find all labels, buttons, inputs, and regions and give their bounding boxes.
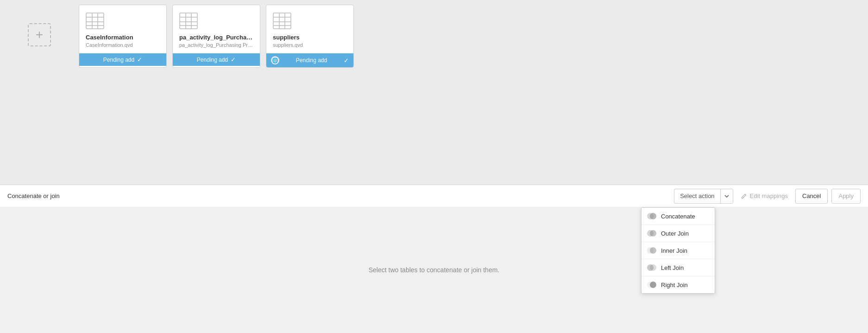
svg-point-27 bbox=[650, 282, 656, 288]
svg-point-25 bbox=[650, 264, 656, 271]
card-body: suppliers suppliers.qvd bbox=[266, 5, 353, 53]
concat-bar: Concatenate or join Select action Edit m… bbox=[0, 185, 868, 207]
card-title: suppliers bbox=[273, 34, 300, 41]
table-card-case-information[interactable]: CaseInformation CaseInformation.qvd Pend… bbox=[79, 5, 167, 68]
check-icon: ✓ bbox=[137, 56, 142, 63]
svg-point-23 bbox=[650, 247, 656, 254]
card-body: CaseInformation CaseInformation.qvd bbox=[79, 5, 166, 53]
table-icon bbox=[86, 13, 104, 29]
canvas-area: + CaseInformation CaseInformation.qvd bbox=[0, 0, 868, 185]
svg-rect-12 bbox=[273, 13, 291, 29]
card-subtitle: suppliers.qvd bbox=[273, 42, 303, 48]
check-icon: ✓ bbox=[231, 56, 236, 63]
svg-rect-0 bbox=[86, 13, 104, 29]
table-card-pa-activity-log[interactable]: pa_activity_log_Purchasing P... pa_activ… bbox=[172, 5, 260, 68]
dropdown-item-left-join[interactable]: Left Join bbox=[642, 259, 715, 276]
card-footer: Pending add ✓ bbox=[173, 53, 260, 66]
dropdown-item-outer-join[interactable]: Outer Join bbox=[642, 225, 715, 242]
select-action-button[interactable]: Select action bbox=[674, 189, 733, 204]
concat-title: Concatenate or join bbox=[7, 192, 60, 199]
dropdown-item-concatenate[interactable]: Concatenate bbox=[642, 208, 715, 225]
edit-mappings-button[interactable]: Edit mappings bbox=[737, 189, 792, 204]
bottom-section: Concatenate or join Select action Edit m… bbox=[0, 185, 868, 333]
svg-point-19 bbox=[650, 213, 656, 219]
table-card-suppliers[interactable]: suppliers suppliers.qvd 🌐 Pending add ✓ bbox=[266, 5, 354, 68]
globe-icon: 🌐 bbox=[271, 56, 279, 64]
cards-container: CaseInformation CaseInformation.qvd Pend… bbox=[79, 5, 354, 68]
card-footer: Pending add ✓ bbox=[79, 53, 166, 66]
dropdown-item-right-join[interactable]: Right Join bbox=[642, 276, 715, 293]
dropdown-item-inner-join[interactable]: Inner Join bbox=[642, 242, 715, 259]
panel-message: Select two tables to concatenate or join… bbox=[369, 266, 500, 274]
card-subtitle: pa_activity_log_Purchasing Process... bbox=[179, 42, 253, 48]
action-dropdown-menu: Concatenate Outer Join Inner Join bbox=[641, 207, 715, 294]
card-subtitle: CaseInformation.qvd bbox=[86, 42, 133, 48]
table-icon bbox=[273, 13, 291, 29]
select-action-label: Select action bbox=[674, 192, 720, 199]
card-body: pa_activity_log_Purchasing P... pa_activ… bbox=[173, 5, 260, 53]
add-table-button[interactable]: + bbox=[28, 23, 51, 46]
svg-point-21 bbox=[650, 230, 656, 237]
apply-button[interactable]: Apply bbox=[831, 189, 861, 204]
svg-rect-6 bbox=[180, 13, 197, 29]
check-icon: ✓ bbox=[344, 57, 349, 64]
card-title: CaseInformation bbox=[86, 34, 133, 41]
card-title: pa_activity_log_Purchasing P... bbox=[179, 34, 253, 41]
cancel-button[interactable]: Cancel bbox=[795, 189, 828, 204]
table-icon bbox=[179, 13, 198, 29]
select-action-dropdown-arrow[interactable] bbox=[720, 189, 733, 203]
concat-panel: Select two tables to concatenate or join… bbox=[0, 207, 868, 333]
bottom-bar-actions: Select action Edit mappings Cancel Apply bbox=[674, 189, 861, 204]
card-footer-globe: 🌐 Pending add ✓ bbox=[266, 53, 353, 67]
